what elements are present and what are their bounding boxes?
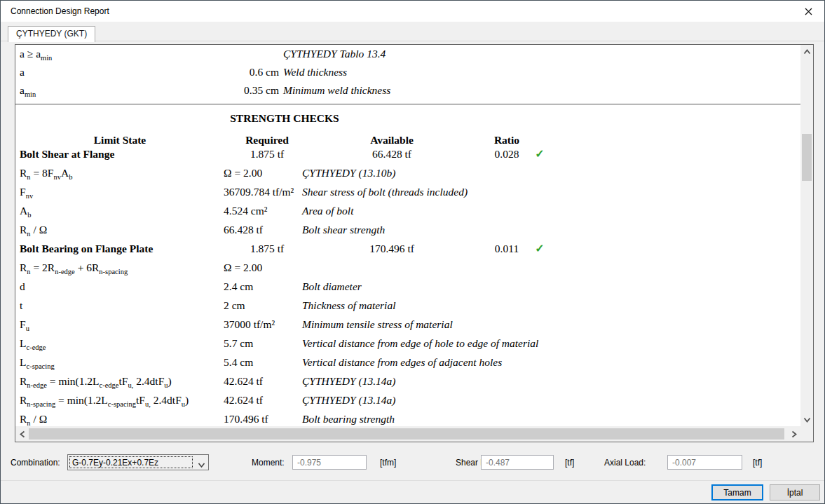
cancel-button[interactable]: İptal <box>770 484 820 500</box>
row-description: Shear stress of bolt (threads included) <box>302 182 468 201</box>
section-divider <box>15 104 800 104</box>
report-row: Lc-edge5.7 cmVertical distance from edge… <box>15 334 800 353</box>
row-description: Bolt shear strength <box>302 220 385 239</box>
row-formula: Rn / Ω <box>20 409 47 426</box>
connection-design-report-dialog: Connection Design Report ÇYTHYEDY (GKT) … <box>0 0 825 504</box>
report-row: t2 cmThickness of material <box>15 296 800 315</box>
scroll-right-icon[interactable] <box>786 426 800 442</box>
report-row: Rn = 2Rn-edge + 6Rn-spacingΩ = 2.00 <box>15 258 800 277</box>
combination-label: Combination: <box>11 458 60 468</box>
report-row: Rn-spacing = min(1.2Lc-spacingtFu, 2.4dt… <box>15 390 800 409</box>
horizontal-scroll-thumb[interactable] <box>29 428 784 440</box>
row-formula: a <box>20 63 25 81</box>
report-row: Rn / Ω170.496 tfBolt bearing strength <box>15 409 800 426</box>
window-title: Connection Design Report <box>11 6 109 16</box>
row-formula: Rn / Ω <box>20 220 47 239</box>
report-row: Fu37000 tf/m²Minimum tensile stress of m… <box>15 315 800 334</box>
axial-load-input[interactable] <box>667 455 742 470</box>
report-row: Rn / Ω66.428 tfBolt shear strength <box>15 220 800 239</box>
row-formula: Ab <box>20 201 31 220</box>
ratio-value: 0.011 <box>484 239 529 258</box>
row-value: 0.35 cm <box>212 81 279 100</box>
row-value: 2 cm <box>224 296 245 315</box>
ratio-value: 0.028 <box>484 144 529 163</box>
scroll-down-icon[interactable] <box>800 412 813 426</box>
report-row: d2.4 cmBolt diameter <box>15 277 800 296</box>
row-formula: a ≥ amin <box>20 45 52 63</box>
row-value: 42.624 tf <box>224 372 263 390</box>
moment-label: Moment: <box>252 458 285 468</box>
combination-selected-value: G-0.7Ey-0.21Ex+0.7Ez <box>69 456 193 468</box>
row-description: ÇYTHYEDY (13.14a) <box>302 390 396 409</box>
row-description: Vertical distance from edges of adjacent… <box>302 353 502 372</box>
row-value: 66.428 tf <box>224 220 263 239</box>
report-row: amin0.35 cmMinimum weld thickness <box>15 81 800 100</box>
row-description: Weld thickness <box>283 63 347 81</box>
row-description: Minimum tensile stress of material <box>302 315 453 334</box>
row-value: 2.4 cm <box>224 277 253 296</box>
row-value: 37000 tf/m² <box>224 315 275 334</box>
section-title: STRENGTH CHECKS <box>15 109 554 128</box>
required-value: 1.875 tf <box>224 144 311 163</box>
footer-separator <box>1 480 824 481</box>
row-formula: amin <box>20 81 36 100</box>
close-icon[interactable] <box>792 1 824 22</box>
required-value: 1.875 tf <box>224 239 311 258</box>
row-value: 170.496 tf <box>224 409 268 426</box>
moment-input[interactable] <box>292 455 367 470</box>
limit-state-name: Bolt Bearing on Flange Plate <box>20 239 153 258</box>
row-description: ÇYTHYEDY (13.10b) <box>302 163 396 182</box>
row-formula: d <box>20 277 25 296</box>
axial-load-label: Axial Load: <box>604 458 646 468</box>
row-formula: Rn-spacing = min(1.2Lc-spacingtFu, 2.4dt… <box>20 390 189 409</box>
chevron-down-icon <box>198 459 205 472</box>
row-description: ÇYTHYEDY (13.14a) <box>302 372 396 390</box>
moment-unit: [tfm] <box>380 458 396 468</box>
row-description: Bolt diameter <box>302 277 362 296</box>
check-pass-icon: ✓ <box>531 239 549 258</box>
vertical-scrollbar[interactable] <box>800 45 813 426</box>
row-description: Minimum weld thickness <box>283 81 390 100</box>
limit-state-row: Bolt Shear at Flange1.875 tf66.428 tf0.0… <box>15 144 800 163</box>
row-value: 42.624 tf <box>224 390 263 409</box>
available-value: 66.428 tf <box>337 144 446 163</box>
row-value: Ω = 2.00 <box>224 163 262 182</box>
row-formula: Rn = 2Rn-edge + 6Rn-spacing <box>20 258 128 277</box>
report-row: Ab4.524 cm²Area of bolt <box>15 201 800 220</box>
row-description: Area of bolt <box>302 201 353 220</box>
row-formula: Fu <box>20 315 29 334</box>
row-formula: Fnv <box>20 182 33 201</box>
check-pass-icon: ✓ <box>531 144 549 163</box>
weld-rows: a ≥ aminÇYTHYEDY Tablo 13.4a0.6 cmWeld t… <box>15 45 800 100</box>
row-value: 5.4 cm <box>224 353 253 372</box>
scroll-up-icon[interactable] <box>800 45 813 59</box>
shear-load-input[interactable] <box>481 455 554 470</box>
row-formula: Lc-spacing <box>20 353 55 372</box>
limit-state-row: Bolt Bearing on Flange Plate1.875 tf170.… <box>15 239 800 258</box>
available-value: 170.496 tf <box>337 239 446 258</box>
horizontal-scrollbar[interactable] <box>15 426 800 442</box>
report-row: Lc-spacing5.4 cmVertical distance from e… <box>15 353 800 372</box>
row-description: Thickness of material <box>302 296 395 315</box>
row-formula: Rn-edge = min(1.2Lc-edgetFu, 2.4dtFu) <box>20 372 172 390</box>
row-value: Ω = 2.00 <box>224 258 262 277</box>
scroll-left-icon[interactable] <box>15 426 29 442</box>
combination-select[interactable]: G-0.7Ey-0.21Ex+0.7Ez <box>67 454 209 470</box>
limit-state-name: Bolt Shear at Flange <box>20 144 114 163</box>
row-value <box>212 45 279 63</box>
row-description: ÇYTHYEDY Tablo 13.4 <box>283 45 386 63</box>
ok-button[interactable]: Tamam <box>711 484 763 500</box>
row-description: Vertical distance from edge of hole to e… <box>302 334 538 353</box>
row-value: 5.7 cm <box>224 334 253 353</box>
row-value: 4.524 cm² <box>224 201 267 220</box>
report-content: a ≥ aminÇYTHYEDY Tablo 13.4a0.6 cmWeld t… <box>15 45 800 426</box>
row-formula: Rn = 8FnvAb <box>20 163 72 182</box>
report-row: Rn-edge = min(1.2Lc-edgetFu, 2.4dtFu)42.… <box>15 372 800 390</box>
shear-load-unit: [tf] <box>565 458 574 468</box>
report-row: Rn = 8FnvAbΩ = 2.00ÇYTHYEDY (13.10b) <box>15 163 800 182</box>
report-row: Fnv36709.784 tf/m²Shear stress of bolt (… <box>15 182 800 201</box>
report-row: a ≥ aminÇYTHYEDY Tablo 13.4 <box>15 45 800 63</box>
tab-cythyedy-gkt[interactable]: ÇYTHYEDY (GKT) <box>8 26 95 42</box>
title-bar[interactable]: Connection Design Report <box>1 1 824 22</box>
vertical-scroll-thumb[interactable] <box>802 134 812 181</box>
